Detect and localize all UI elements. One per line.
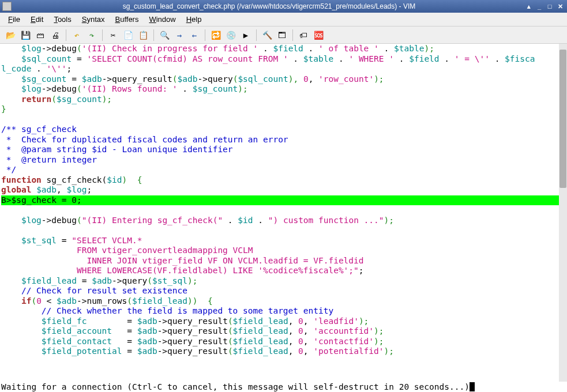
separator bbox=[102, 29, 103, 41]
tags-icon[interactable]: 🏷 bbox=[296, 28, 310, 42]
scrollbar-thumb[interactable] bbox=[560, 50, 566, 188]
shell-icon[interactable]: 🗔 bbox=[275, 28, 289, 42]
breakpoint-line: B>$sg_check = 0; bbox=[1, 195, 559, 206]
redo-icon[interactable]: ↷ bbox=[85, 28, 99, 42]
separator bbox=[256, 29, 257, 41]
findprev-icon[interactable]: ← bbox=[187, 28, 201, 42]
rollup-button[interactable]: ▴ bbox=[524, 2, 534, 11]
session-icon[interactable]: 💿 bbox=[224, 28, 238, 42]
menu-tools[interactable]: Tools bbox=[49, 14, 76, 25]
menubar: File Edit Tools Syntax Buffers Window He… bbox=[0, 13, 567, 27]
find-icon[interactable]: 🔍 bbox=[157, 28, 171, 42]
vertical-scrollbar[interactable] bbox=[559, 44, 567, 382]
saveall-icon[interactable]: 🗃 bbox=[33, 28, 47, 42]
window-controls: ▴ _ □ ✕ bbox=[524, 2, 565, 11]
menu-help[interactable]: Help bbox=[182, 14, 206, 25]
separator bbox=[292, 29, 293, 41]
save-icon[interactable]: 💾 bbox=[18, 28, 32, 42]
menu-syntax[interactable]: Syntax bbox=[77, 14, 110, 25]
paste-icon[interactable]: 📋 bbox=[136, 28, 150, 42]
make-icon[interactable]: 🔨 bbox=[260, 28, 274, 42]
statusbar: Waiting for a connection (Ctrl-C to canc… bbox=[0, 382, 567, 392]
findnext-icon[interactable]: → bbox=[172, 28, 186, 42]
separator bbox=[66, 29, 66, 41]
undo-icon[interactable]: ↶ bbox=[70, 28, 84, 42]
window-title: sg_custom_lead_convert_check.php (/var/w… bbox=[14, 2, 524, 10]
cut-icon[interactable]: ✂ bbox=[106, 28, 120, 42]
code-content: $log->debug('(II) Check in progress for … bbox=[0, 44, 567, 357]
code-editor[interactable]: $log->debug('(II) Check in progress for … bbox=[0, 44, 567, 382]
cursor-icon bbox=[470, 382, 475, 391]
window-titlebar: sg_custom_lead_convert_check.php (/var/w… bbox=[0, 0, 567, 13]
print-icon[interactable]: 🖨 bbox=[48, 28, 62, 42]
menu-edit[interactable]: Edit bbox=[26, 14, 48, 25]
help-icon[interactable]: 🆘 bbox=[311, 28, 325, 42]
copy-icon[interactable]: 📄 bbox=[121, 28, 135, 42]
open-icon[interactable]: 📂 bbox=[3, 28, 17, 42]
minimize-button[interactable]: _ bbox=[535, 2, 544, 11]
replace-icon[interactable]: 🔁 bbox=[209, 28, 223, 42]
menu-buffers[interactable]: Buffers bbox=[110, 14, 143, 25]
script-icon[interactable]: ▶ bbox=[239, 28, 253, 42]
close-button[interactable]: ✕ bbox=[555, 2, 565, 11]
status-message: Waiting for a connection (Ctrl-C to canc… bbox=[1, 382, 470, 391]
separator bbox=[153, 29, 154, 41]
menu-file[interactable]: File bbox=[3, 14, 25, 25]
maximize-button[interactable]: □ bbox=[545, 2, 554, 11]
separator bbox=[205, 29, 205, 41]
menu-window[interactable]: Window bbox=[144, 14, 180, 25]
toolbar: 📂 💾 🗃 🖨 ↶ ↷ ✂ 📄 📋 🔍 → ← 🔁 💿 ▶ 🔨 🗔 🏷 🆘 bbox=[0, 27, 567, 44]
app-icon bbox=[2, 2, 12, 11]
